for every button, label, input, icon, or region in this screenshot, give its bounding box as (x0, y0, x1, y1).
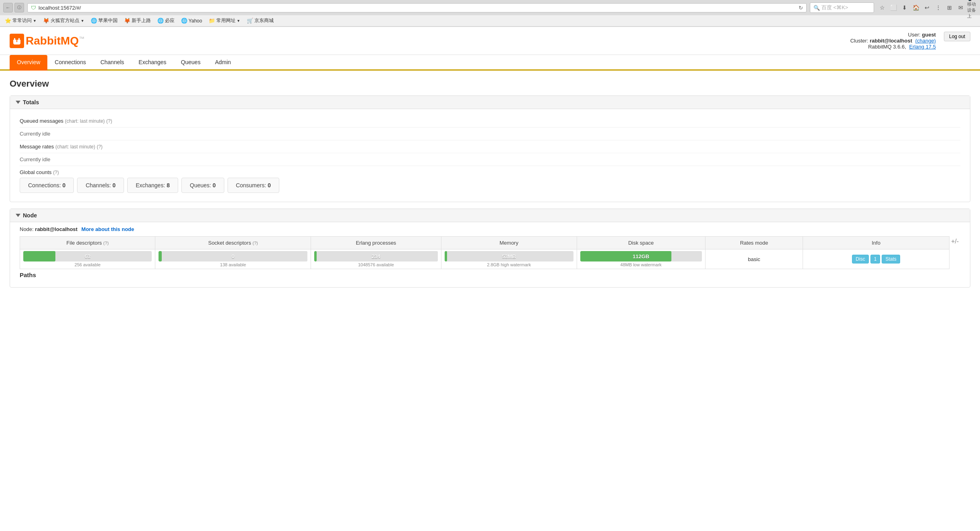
th-rates-mode: Rates mode (705, 237, 803, 249)
plus-minus-toggle[interactable]: +/- (950, 236, 960, 247)
bookmark-label: Yahoo (189, 18, 202, 24)
bookmark-label: 常常访问 (12, 17, 32, 24)
bookmark-icon: ⭐ (5, 18, 11, 24)
more-icon[interactable]: ⋮ (933, 3, 943, 12)
bookmark-label: 必应 (165, 17, 175, 24)
disk-space-sub: 48MB low watermark (580, 262, 702, 267)
bookmark-item[interactable]: 🌐 苹果中国 (89, 16, 119, 25)
th-info: Info (803, 237, 950, 249)
global-counts-container: Connections: 0 Channels: 0 Exchanges: 8 … (20, 178, 960, 193)
nav-item-overview[interactable]: Overview (10, 55, 47, 71)
erlang-processes-bar: 234 (314, 251, 438, 261)
logo-text: RabbitMQ™ (26, 34, 84, 47)
socket-descriptors-sub: 138 available (159, 262, 307, 267)
nav-item-exchanges[interactable]: Exchanges (131, 55, 173, 69)
disc-button[interactable]: Disc (852, 255, 868, 263)
nav-item-channels[interactable]: Channels (93, 55, 131, 69)
search-bar[interactable]: 🔍 百度 <⌘K> (810, 2, 874, 13)
info-buttons: Disc 1 Stats (806, 255, 946, 263)
bookmark-item[interactable]: 🦊 火狐官方站点 ▼ (41, 16, 86, 25)
bookmark-item[interactable]: 🌐 Yahoo (179, 17, 204, 24)
nav-bar: Overview Connections Channels Exchanges … (0, 55, 980, 71)
bookmark-icon: 🛒 (247, 18, 253, 24)
bookmark-item[interactable]: ⭐ 常常访问 ▼ (3, 16, 38, 25)
th-socket-descriptors: Socket descriptors (?) (155, 237, 311, 249)
th-file-descriptors: File descriptors (?) (20, 237, 155, 249)
queues-count: Queues: 0 (181, 178, 224, 193)
totals-section-header[interactable]: Totals (10, 96, 970, 109)
node-section-header[interactable]: Node (10, 209, 970, 222)
nav-item-admin[interactable]: Admin (208, 55, 238, 69)
consumers-count: Consumers: 0 (228, 178, 279, 193)
refresh-icon[interactable]: ↻ (799, 5, 803, 11)
file-descriptors-bar: 63 (23, 251, 152, 261)
stats-button[interactable]: Stats (882, 255, 900, 263)
nav-item-connections[interactable]: Connections (47, 55, 93, 69)
bookmark-item[interactable]: 📁 常用网址 ▼ (207, 16, 242, 25)
header-right-area: User: guest Cluster: rabbit@localhost (c… (850, 32, 970, 50)
bookmark-item[interactable]: 🛒 京东商城 (245, 16, 275, 25)
bookmark-icon: 🌐 (157, 18, 164, 24)
user-label: User: (908, 32, 921, 38)
search-icon: 🔍 (813, 5, 820, 11)
cluster-change-link[interactable]: (change) (915, 38, 936, 44)
disk-space-value: 112GB (580, 253, 702, 259)
svg-rect-4 (14, 42, 20, 45)
node-label-text: Node: (20, 226, 34, 232)
table-header-row: File descriptors (?) Socket descriptors … (20, 237, 950, 249)
memory-cell: 53MB 2.8GB high watermark (441, 249, 577, 269)
erlang-link[interactable]: Erlang 17.5 (909, 44, 936, 50)
bookmark-label: 新手上路 (132, 17, 151, 24)
mail-icon[interactable]: ✉ (956, 3, 966, 12)
address-bar[interactable]: 🛡 localhost:15672/#/ ↻ (27, 3, 807, 12)
nav-item-queues[interactable]: Queues (174, 55, 208, 69)
node-section-title: Node (23, 212, 37, 219)
share-icon[interactable]: ⬜ (889, 3, 898, 12)
table-row: 63 256 available 0 (20, 249, 950, 269)
memory-value: 53MB (445, 253, 573, 259)
memory-bar: 53MB (445, 251, 573, 261)
app-header: RabbitMQ™ User: guest Cluster: rabbit@lo… (0, 27, 980, 55)
node-section-body: Node: rabbit@localhost More about this n… (10, 222, 970, 287)
bookmark-icon: 🦊 (43, 18, 49, 24)
cluster-label: Cluster: (850, 38, 868, 44)
bookmark-label: 苹果中国 (98, 17, 118, 24)
bookmark-item[interactable]: 🦊 新手上路 (122, 16, 152, 25)
paths-section: Paths (10, 272, 970, 287)
erlang-processes-cell: 234 1048576 available (311, 249, 441, 269)
logo: RabbitMQ™ (10, 34, 84, 48)
browser-icons: ☆ ⬜ ⬇ 🏠 ↩ ⋮ ⊞ ✉ 📱 移动设备上 (877, 3, 977, 12)
bookmark-item[interactable]: 🌐 必应 (156, 16, 176, 25)
disk-space-cell: 112GB 48MB low watermark (577, 249, 705, 269)
queued-messages-row: Queued messages (chart: last minute) (?) (20, 115, 960, 128)
node-name: rabbit@localhost (35, 226, 77, 232)
download-icon[interactable]: ⬇ (900, 3, 909, 12)
mobile-icon[interactable]: 📱 移动设备上 (967, 3, 977, 12)
shield-icon: 🛡 (31, 5, 36, 11)
back-history-icon[interactable]: ↩ (922, 3, 932, 12)
version-line: RabbitMQ 3.6.6, Erlang 17.5 (850, 44, 936, 50)
channels-count: Channels: 0 (77, 178, 124, 193)
home-icon[interactable]: 🏠 (911, 3, 921, 12)
currently-idle-2: Currently idle (20, 156, 51, 162)
user-line: User: guest (850, 32, 936, 38)
browser-topbar: ← ⓘ 🛡 localhost:15672/#/ ↻ 🔍 百度 <⌘K> ☆ ⬜… (0, 0, 980, 15)
message-rates-row: Message rates (chart: last minute) (?) (20, 140, 960, 153)
totals-section: Totals Queued messages (chart: last minu… (10, 95, 970, 202)
svg-rect-3 (18, 38, 20, 41)
file-descriptors-cell: 63 256 available (20, 249, 155, 269)
more-about-node-link[interactable]: More about this node (81, 226, 134, 232)
th-disk-space: Disk space (577, 237, 705, 249)
extension-icon[interactable]: ⊞ (945, 3, 954, 12)
info-button[interactable]: ⓘ (14, 3, 24, 12)
num-button[interactable]: 1 (870, 255, 880, 263)
erlang-processes-sub: 1048576 available (314, 262, 438, 267)
star-icon[interactable]: ☆ (877, 3, 887, 12)
bookmarks-bar: ⭐ 常常访问 ▼ 🦊 火狐官方站点 ▼ 🌐 苹果中国 🦊 新手上路 🌐 必应 🌐… (0, 15, 980, 26)
totals-section-title: Totals (23, 99, 39, 105)
back-button[interactable]: ← (3, 3, 13, 12)
node-stats-table: File descriptors (?) Socket descriptors … (20, 236, 950, 269)
version-info: RabbitMQ 3.6.6, (868, 44, 906, 50)
logout-button[interactable]: Log out (944, 32, 970, 41)
cluster-name: rabbit@localhost (870, 38, 912, 44)
